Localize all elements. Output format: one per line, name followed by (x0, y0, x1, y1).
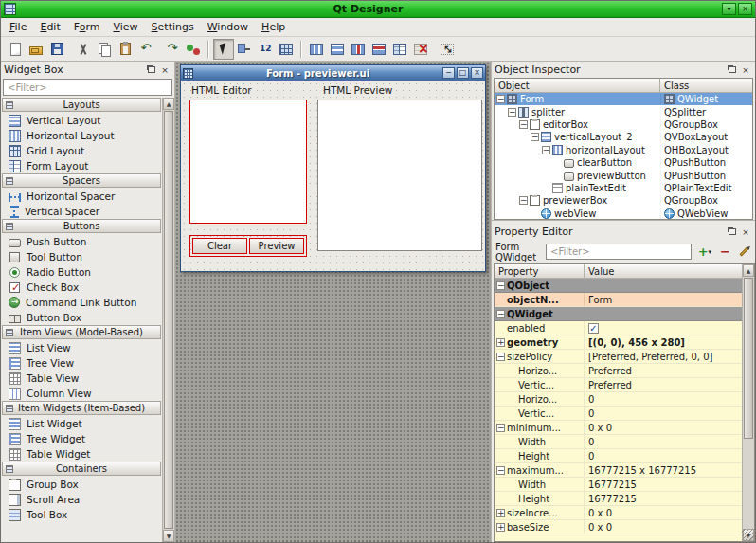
inspector-row-editorbox[interactable]: −editorBoxQGroupBox (495, 118, 752, 131)
collapse-expander-icon[interactable]: − (508, 108, 516, 117)
property-value-cell[interactable]: 0 (585, 435, 742, 448)
widget-item-check-box[interactable]: Check Box (2, 280, 161, 295)
form-minimize-button[interactable]: − (442, 67, 455, 79)
property-value-cell[interactable]: 0 x 0 (585, 421, 742, 434)
remove-dynamic-property-button[interactable]: − (718, 244, 732, 261)
property-row-vertic[interactable]: Vertic...Preferred (495, 378, 742, 392)
collapse-expander-icon[interactable]: − (496, 353, 505, 361)
property-row-maximum[interactable]: −maximum...16777215 x 16777215 (495, 463, 742, 478)
menu-view[interactable]: View (106, 19, 144, 35)
scrollbar-thumb[interactable] (164, 111, 173, 529)
widget-item-horizontal-layout[interactable]: Horizontal Layout (2, 128, 161, 143)
menu-edit[interactable]: Edit (33, 19, 66, 35)
property-row-enabled[interactable]: enabled✓ (495, 321, 742, 335)
property-value-cell[interactable]: Form (585, 293, 742, 306)
widget-item-tree-widget[interactable]: Tree Widget (2, 431, 161, 446)
widget-box-close-button[interactable]: × (158, 63, 171, 76)
paste-button[interactable] (115, 39, 135, 60)
widget-filter-input[interactable] (3, 79, 172, 96)
property-value-cell[interactable]: 16777215 x 16777215 (585, 463, 742, 477)
form-close-button[interactable]: × (471, 67, 483, 79)
collapse-expander-icon[interactable]: − (519, 196, 528, 205)
scroll-up-icon[interactable]: ▲ (743, 264, 754, 277)
property-editor-close-button[interactable]: × (739, 226, 752, 238)
expand-expander-icon[interactable]: + (496, 509, 505, 517)
property-row-sizeincre[interactable]: +sizeIncre...0 x 0 (495, 506, 742, 520)
widget-item-scroll-area[interactable]: Scroll Area (2, 492, 161, 507)
widget-item-list-view[interactable]: List View (2, 340, 161, 355)
column-header-object[interactable]: Object (495, 79, 660, 93)
property-row-basesize[interactable]: +baseSize0 x 0 (495, 520, 742, 534)
collapse-expander-icon[interactable]: − (496, 310, 505, 318)
property-row-objectn[interactable]: objectN...Form (495, 293, 742, 307)
widget-item-command-link-button[interactable]: Command Link Button (2, 295, 161, 310)
resize-grip[interactable] (742, 529, 754, 541)
inspector-row-form[interactable]: −FormQWidget (495, 93, 752, 105)
collapse-expander-icon[interactable]: − (496, 95, 505, 103)
property-value-cell[interactable]: 16777215 (585, 492, 742, 505)
property-value-cell[interactable]: Preferred (585, 378, 742, 391)
property-row-width[interactable]: Width16777215 (495, 478, 742, 492)
inspector-row-splitter[interactable]: −splitterQSplitter (495, 105, 752, 118)
widget-item-tool-box[interactable]: Tool Box (2, 507, 161, 522)
property-filter-input[interactable] (546, 244, 692, 260)
clear-button[interactable]: Clear (192, 238, 247, 254)
button-row-layout[interactable]: Clear Preview (189, 235, 307, 257)
object-inspector-float-button[interactable] (726, 63, 739, 76)
widget-item-grid-layout[interactable]: Grid Layout (2, 143, 161, 158)
widget-category-spacers[interactable]: Spacers (2, 173, 161, 188)
widget-item-radio-button[interactable]: Radio Button (2, 264, 161, 280)
layout-horizontal-button[interactable] (306, 39, 327, 60)
property-value-cell[interactable]: 0 (585, 449, 742, 462)
new-form-button[interactable] (5, 39, 26, 60)
property-row-width[interactable]: Width0 (495, 435, 742, 449)
widget-item-form-layout[interactable]: Form Layout (2, 158, 161, 173)
property-editor-scrollbar[interactable]: ▲ ▼ (742, 264, 754, 541)
layout-grid-button[interactable] (276, 39, 297, 60)
widget-category-item-widgets-item-based[interactable]: Item Widgets (Item-Based) (2, 401, 161, 415)
inspector-row-webview[interactable]: webViewQWebView (495, 208, 752, 220)
menu-settings[interactable]: Settings (145, 19, 201, 35)
undo-button[interactable] (135, 39, 156, 60)
inspector-row-previewbutton[interactable]: previewButtonQPushButton (495, 169, 752, 181)
preview-button[interactable]: Preview (249, 238, 304, 254)
layout-form-button[interactable] (389, 39, 410, 60)
layout-vertical-button[interactable] (327, 39, 348, 60)
property-row-horizo[interactable]: Horizo...0 (495, 392, 742, 407)
inspector-row-horizontallayout[interactable]: −horizontalLayoutQHBoxLayout (495, 144, 752, 156)
property-value-cell[interactable]: 16777215 (585, 478, 742, 491)
widget-item-table-view[interactable]: Table View (2, 371, 161, 386)
adjust-size-button[interactable] (437, 39, 458, 60)
close-button[interactable]: × (738, 3, 752, 15)
expand-expander-icon[interactable]: + (496, 523, 505, 532)
property-value-cell[interactable]: [(0, 0), 456 x 280] (585, 335, 742, 349)
web-view[interactable] (317, 100, 482, 251)
expand-expander-icon[interactable]: + (496, 338, 505, 347)
inspector-row-clearbutton[interactable]: clearButtonQPushButton (495, 156, 752, 169)
property-value-cell[interactable]: 0 (585, 392, 742, 406)
property-value-cell[interactable]: Preferred (585, 364, 742, 377)
scroll-down-icon[interactable]: ▼ (163, 530, 174, 542)
cut-button[interactable] (73, 39, 94, 60)
shade-button[interactable]: ▾ (722, 3, 736, 15)
property-row-vertic[interactable]: Vertic...0 (495, 407, 742, 421)
widget-category-layouts[interactable]: Layouts (2, 98, 161, 112)
collapse-expander-icon[interactable]: − (531, 133, 539, 141)
column-header-class[interactable]: Class (660, 79, 752, 93)
redo-button[interactable] (162, 39, 183, 60)
property-row-height[interactable]: Height0 (495, 449, 742, 463)
layout-horizontal-splitter-button[interactable] (348, 39, 369, 60)
edit-buddies-button[interactable] (234, 39, 255, 60)
property-value-cell[interactable]: 0 (585, 407, 742, 420)
property-editor-float-button[interactable] (726, 226, 739, 238)
widget-item-tool-button[interactable]: Tool Button (2, 249, 161, 264)
collapse-expander-icon[interactable]: − (496, 281, 505, 290)
property-value-cell[interactable]: 0 x 0 (585, 506, 742, 519)
object-inspector-close-button[interactable]: × (739, 63, 752, 76)
collapse-expander-icon[interactable]: − (496, 466, 505, 475)
form-maximize-button[interactable]: □ (457, 67, 469, 79)
save-form-button[interactable] (46, 39, 67, 60)
menu-window[interactable]: Window (201, 19, 255, 35)
property-row-sizepolicy[interactable]: −sizePolicy[Preferred, Preferred, 0, 0] (495, 350, 742, 364)
widget-item-push-button[interactable]: Push Button (2, 234, 161, 249)
